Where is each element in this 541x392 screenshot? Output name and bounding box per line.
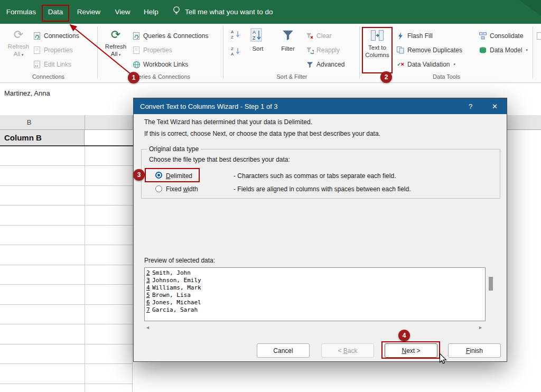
sort-ascending-button[interactable]: AZ — [230, 30, 241, 41]
advanced-filter-button[interactable]: Advanced — [305, 59, 344, 70]
dialog-close-button[interactable]: ✕ — [483, 98, 507, 114]
group-label-data-tools: Data Tools — [360, 73, 533, 80]
preview-row: 4Williams, Mark — [146, 284, 483, 292]
svg-text:A: A — [231, 52, 234, 57]
chevron-down-icon: ▾ — [454, 62, 456, 67]
flash-fill-button[interactable]: Flash Fill — [396, 31, 433, 41]
original-data-type-groupbox: Original data type Choose the file type … — [141, 149, 500, 199]
clear-filter-button[interactable]: Clear — [305, 31, 332, 41]
sort-descending-button[interactable]: ZA — [230, 47, 241, 58]
tell-me-label: Tell me what you want to do — [185, 8, 273, 16]
tell-me-search[interactable]: Tell me what you want to do — [172, 0, 273, 24]
finish-button[interactable]: Finish — [448, 343, 501, 358]
next-button[interactable]: Next > — [385, 343, 437, 358]
group-separator — [97, 26, 98, 79]
cell-next-column[interactable] — [85, 130, 133, 145]
preview-vertical-scrollbar[interactable] — [489, 277, 493, 291]
group-separator — [359, 26, 360, 79]
data-validation-button[interactable]: ✓✕ Data Validation ▾ — [396, 59, 455, 70]
consolidate-button[interactable]: Consolidate — [479, 31, 523, 41]
sort-button[interactable]: AZ Sort — [246, 28, 269, 52]
text-to-columns-button[interactable]: Text to Columns — [363, 28, 391, 59]
svg-text:A: A — [253, 30, 256, 35]
connections-button[interactable]: Connections — [33, 31, 79, 41]
chevron-down-icon: ▾ — [526, 48, 528, 52]
tab-review[interactable]: Review — [74, 0, 104, 24]
preview-row: 2Smith, John — [146, 269, 483, 277]
tab-formulas[interactable]: Formulas — [4, 0, 38, 24]
text-to-columns-icon — [370, 28, 384, 44]
ribbon-tab-bar: Formulas Data Review View Help Tell me w… — [0, 0, 541, 24]
fixed-width-description: - Fields are aligned in columns with spa… — [234, 185, 411, 193]
dialog-help-button[interactable]: ? — [459, 98, 482, 114]
queries-connections-button[interactable]: Queries & Connections — [132, 31, 208, 41]
group-label-queries: Queries & Connections — [98, 73, 223, 80]
svg-text:Z: Z — [231, 35, 234, 40]
refresh-all-button-2[interactable]: ⟳ Refresh All▾ — [101, 27, 130, 58]
chevron-down-icon: ▾ — [22, 53, 24, 57]
refresh-all-label: Refresh — [8, 43, 29, 50]
preview-row: 6Jones, Michael — [146, 299, 483, 306]
group-label-connections: Connections — [0, 73, 97, 80]
advanced-filter-icon — [305, 60, 314, 69]
wizard-intro-line2: If this is correct, choose Next, or choo… — [144, 130, 380, 137]
grid-vline — [85, 146, 85, 392]
cell-column-b-header[interactable]: Column B — [0, 130, 85, 145]
data-validation-icon: ✓✕ — [396, 60, 405, 69]
back-button[interactable]: < Back — [321, 343, 374, 358]
delimited-label[interactable]: Delimited — [166, 172, 192, 180]
clear-filter-icon — [305, 32, 314, 40]
preview-row: 7Garcia, Sarah — [146, 306, 483, 314]
connections-icon — [33, 32, 41, 40]
queries-connections-icon — [132, 32, 141, 40]
svg-text:Z: Z — [231, 46, 234, 51]
refresh-all-button[interactable]: ⟳ Refresh All▾ — [4, 27, 33, 58]
properties-button[interactable]: Properties — [33, 45, 73, 55]
delimited-radio[interactable] — [155, 172, 162, 179]
formula-bar-value[interactable]: Martinez, Anna — [4, 89, 50, 97]
preview-row: 5Brown, Lisa — [146, 292, 483, 299]
chevron-down-icon: ▾ — [119, 53, 121, 57]
data-model-button[interactable]: Data Model ▾ — [479, 45, 528, 55]
window-corner-decoration — [519, 0, 541, 16]
properties-button-2[interactable]: Properties — [132, 45, 172, 55]
group-separator — [533, 26, 533, 79]
properties-icon — [132, 46, 141, 54]
remove-duplicates-button[interactable]: Remove Duplicates — [396, 45, 462, 55]
dialog-title: Convert Text to Columns Wizard - Step 1 … — [140, 102, 278, 110]
lightbulb-icon — [172, 6, 181, 18]
workbook-links-button[interactable]: Workbook Links — [132, 59, 188, 70]
filter-funnel-icon — [281, 28, 295, 45]
tab-view[interactable]: View — [111, 0, 134, 24]
scroll-right-arrow-icon[interactable]: ► — [478, 325, 483, 330]
edit-links-icon — [33, 60, 41, 69]
tab-help[interactable]: Help — [139, 0, 163, 24]
edit-links-button[interactable]: Edit Links — [33, 59, 71, 70]
data-ribbon: ⟳ Refresh All▾ Connections Properties Ed… — [0, 24, 541, 83]
cancel-button[interactable]: Cancel — [257, 343, 310, 358]
sort-dialog-icon: AZ — [250, 28, 265, 45]
grid-vline — [132, 146, 133, 392]
sort-az-icon: AZ — [230, 29, 241, 42]
choose-file-type-label: Choose the file type that best describes… — [149, 156, 290, 163]
groupbox-legend: Original data type — [147, 145, 201, 153]
data-preview-box: 2Smith, John 3Johnson, Emily 4Williams, … — [144, 267, 486, 321]
filter-button[interactable]: Filter — [276, 28, 300, 52]
cut-off-ribbon-icon — [536, 31, 541, 41]
reapply-filter-button[interactable]: Reapply — [305, 45, 340, 55]
refresh-icon: ⟳ — [14, 27, 23, 43]
remove-duplicates-icon — [396, 46, 405, 54]
sort-za-icon: ZA — [230, 46, 241, 59]
scroll-left-arrow-icon[interactable]: ◄ — [145, 325, 150, 330]
fixed-width-label[interactable]: Fixed width — [166, 185, 198, 193]
globe-icon — [132, 60, 141, 69]
header-gridline — [85, 115, 85, 129]
preview-row: 3Johnson, Emily — [146, 277, 483, 284]
data-model-icon — [479, 46, 487, 54]
tab-data[interactable]: Data — [42, 0, 69, 24]
dialog-titlebar[interactable]: Convert Text to Columns Wizard - Step 1 … — [134, 98, 507, 114]
fixed-width-radio[interactable] — [155, 185, 162, 192]
header-gridline — [132, 115, 133, 129]
delimited-description: - Characters such as commas or tabs sepa… — [234, 172, 396, 180]
column-header-b[interactable]: B — [16, 115, 42, 130]
